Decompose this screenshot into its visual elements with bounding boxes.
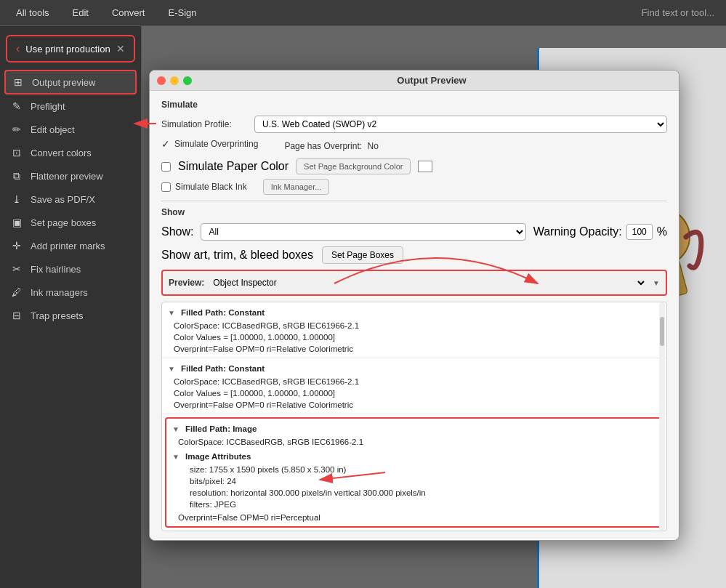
img-attr-row-1: bits/pixel: 24 xyxy=(166,475,662,487)
inspector-scrollbar[interactable] xyxy=(659,302,665,531)
img-attr-row-0: size: 1755 x 1590 pixels (5.850 x 5.300 … xyxy=(166,464,662,475)
sidebar-item-edit-object[interactable]: ✏ Edit object xyxy=(0,118,141,141)
simulate-black-ink-label: Simulate Black Ink xyxy=(175,182,247,192)
chevron-icon: ▼ xyxy=(168,309,177,317)
checkmark-icon: ✓ xyxy=(161,138,170,150)
simulate-black-ink-checkbox[interactable] xyxy=(161,182,171,192)
sidebar-item-label: Ink managers xyxy=(31,287,88,298)
inspector-row-2-1: Color Values = [1.00000, 1.00000, 1.0000… xyxy=(162,387,666,399)
menu-convert[interactable]: Convert xyxy=(108,4,150,21)
simulate-paper-color-label: Simulate Paper Color xyxy=(178,160,289,173)
back-icon: ‹ xyxy=(16,42,20,55)
inspector-text: ColorSpace: ICCBasedRGB, sRGB IEC61966-2… xyxy=(174,377,359,386)
sidebar-item-preflight[interactable]: ✎ Preflight xyxy=(0,94,141,118)
close-button[interactable] xyxy=(157,76,166,85)
page-has-overprint: Page has Overprint: No xyxy=(284,141,378,151)
sidebar-item-save-as-pdfx[interactable]: ⤓ Save as PDF/X xyxy=(0,188,141,211)
sidebar-item-add-printer-marks[interactable]: ✛ Add printer marks xyxy=(0,234,141,257)
sidebar-item-label: Set page boxes xyxy=(31,217,96,228)
show-select[interactable]: All xyxy=(201,223,525,241)
chevron-icon: ▼ xyxy=(172,453,181,461)
sidebar: ‹ Use print production ✕ ⊞ Output previe… xyxy=(0,26,142,588)
preview-row: Preview: Object Inspector Separations Co… xyxy=(161,270,667,296)
sidebar-item-label: Convert colors xyxy=(31,148,92,158)
search-area: Find text or tool... xyxy=(642,7,714,18)
color-swatch[interactable] xyxy=(418,161,432,172)
simulation-profile-select[interactable]: U.S. Web Coated (SWOP) v2 xyxy=(254,116,667,133)
menu-edit[interactable]: Edit xyxy=(68,4,93,21)
fix-hairlines-icon: ✂ xyxy=(10,262,23,275)
inspector-row-2-0: ColorSpace: ICCBasedRGB, sRGB IEC61966-2… xyxy=(162,376,666,387)
maximize-button[interactable] xyxy=(183,76,192,85)
inspector-text: ColorSpace: ICCBasedRGB, sRGB IEC61966-2… xyxy=(178,438,363,446)
simulate-paper-color-checkbox[interactable] xyxy=(161,162,171,172)
sidebar-title: Use print production xyxy=(25,44,116,55)
opacity-input[interactable]: 100 xyxy=(626,224,653,240)
sidebar-item-label: Flattener preview xyxy=(31,171,103,182)
sidebar-item-output-preview[interactable]: ⊞ Output preview xyxy=(4,70,137,94)
group1-title: Filled Path: Constant xyxy=(181,308,265,317)
inspector-row-1-0: ColorSpace: ICCBasedRGB, sRGB IEC61966-2… xyxy=(162,320,666,331)
show-label: Show: xyxy=(161,225,193,238)
sidebar-item-label: Fix hairlines xyxy=(31,264,81,275)
simulation-profile-label: Simulation Profile: xyxy=(161,119,249,129)
inspector-text: bits/pixel: 24 xyxy=(190,477,236,486)
inspector-text: Overprint=False OPM=0 ri=Relative Colori… xyxy=(174,345,353,353)
inspector-text: Overprint=False OPM=0 ri=Relative Colori… xyxy=(174,400,353,409)
inspector-text: Color Values = [1.00000, 1.00000, 1.0000… xyxy=(174,333,335,342)
divider-1 xyxy=(161,201,667,201)
sidebar-header[interactable]: ‹ Use print production ✕ xyxy=(6,35,135,63)
inspector-text: Color Values = [1.00000, 1.00000, 1.0000… xyxy=(174,389,335,398)
sidebar-item-trap-presets[interactable]: ⊟ Trap presets xyxy=(0,304,141,327)
dialog-titlebar: Output Preview xyxy=(150,71,679,91)
inspector-header-2[interactable]: ▼ Filled Path: Constant xyxy=(162,361,666,376)
inspector-row-2-2: Overprint=False OPM=0 ri=Relative Colori… xyxy=(162,399,666,411)
inspector-group-2: ▼ Filled Path: Constant ColorSpace: ICCB… xyxy=(162,358,666,414)
scrollbar-thumb[interactable] xyxy=(660,317,664,346)
simulate-black-ink-row: Simulate Black Ink Ink Manager... xyxy=(161,179,667,195)
inspector-header-1[interactable]: ▼ Filled Path: Constant xyxy=(162,305,666,320)
inspector-text: resolution: horizontal 300.000 pixels/in… xyxy=(190,488,426,497)
minimize-button[interactable] xyxy=(170,76,179,85)
show-art-row: Show art, trim, & bleed boxes Set Page B… xyxy=(161,246,667,264)
menu-esign[interactable]: E-Sign xyxy=(164,4,201,21)
inspector-row-3-footer: Overprint=False OPM=0 ri=Perceptual xyxy=(166,512,662,523)
simulate-paper-row: Simulate Paper Color Set Page Background… xyxy=(161,158,667,174)
inspector-header-3[interactable]: ▼ Filled Path: Image xyxy=(166,422,662,436)
sidebar-item-convert-colors[interactable]: ⊡ Convert colors xyxy=(0,141,141,164)
inspector-group-1: ▼ Filled Path: Constant ColorSpace: ICCB… xyxy=(162,302,666,358)
ink-manager-button[interactable]: Ink Manager... xyxy=(263,179,330,195)
image-attributes-group: ▼ Image Attributes size: 1755 x 1590 pix… xyxy=(166,448,662,512)
trap-presets-icon: ⊟ xyxy=(10,309,23,322)
sidebar-item-label: Output preview xyxy=(32,77,95,88)
sidebar-item-fix-hairlines[interactable]: ✂ Fix hairlines xyxy=(0,257,141,281)
output-preview-icon: ⊞ xyxy=(12,76,25,89)
warning-opacity-label: Warning Opacity: xyxy=(533,225,622,238)
chevron-icon: ▼ xyxy=(168,365,177,373)
close-icon[interactable]: ✕ xyxy=(116,43,125,55)
sidebar-item-label: Add printer marks xyxy=(31,241,105,251)
sidebar-item-label: Trap presets xyxy=(31,310,84,321)
inspector-text: Overprint=False OPM=0 ri=Perceptual xyxy=(178,513,320,522)
edit-object-icon: ✏ xyxy=(10,123,23,136)
object-inspector[interactable]: ▼ Filled Path: Constant ColorSpace: ICCB… xyxy=(161,302,667,531)
simulate-section-label: Simulate xyxy=(161,100,667,110)
printer-marks-icon: ✛ xyxy=(10,239,23,252)
simulate-overprinting-label: Simulate Overprinting xyxy=(174,139,258,149)
group3-title: Filled Path: Image xyxy=(185,424,257,433)
sidebar-item-flattener-preview[interactable]: ⧉ Flattener preview xyxy=(0,164,141,188)
inspector-row-1-1: Color Values = [1.00000, 1.00000, 1.0000… xyxy=(162,331,666,343)
set-bg-button[interactable]: Set Page Background Color xyxy=(296,158,411,174)
preview-select[interactable]: Object Inspector Separations Color Warni… xyxy=(210,274,647,291)
image-attributes-header[interactable]: ▼ Image Attributes xyxy=(166,449,662,464)
group2-title: Filled Path: Constant xyxy=(181,364,265,373)
menu-bar: All tools Edit Convert E-Sign Find text … xyxy=(0,0,726,26)
sidebar-item-ink-managers[interactable]: 🖊 Ink managers xyxy=(0,281,141,304)
inspector-text: ColorSpace: ICCBasedRGB, sRGB IEC61966-2… xyxy=(174,321,359,330)
flattener-preview-icon: ⧉ xyxy=(10,169,23,182)
set-page-boxes-button[interactable]: Set Page Boxes xyxy=(322,246,403,264)
menu-all-tools[interactable]: All tools xyxy=(12,4,54,21)
sidebar-item-set-page-boxes[interactable]: ▣ Set page boxes xyxy=(0,211,141,234)
inspector-text: filters: JPEG xyxy=(190,500,236,509)
convert-colors-icon: ⊡ xyxy=(10,146,23,159)
